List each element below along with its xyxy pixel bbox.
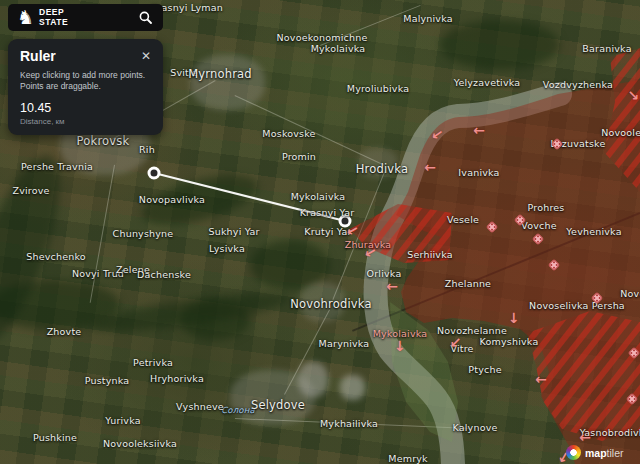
map-label: Hryhorivka xyxy=(150,373,204,384)
distance-value: 10.45 xyxy=(20,101,151,115)
clash-diamond-icon[interactable] xyxy=(591,291,604,304)
attack-arrow-icon: ← xyxy=(391,340,407,352)
maptiler-brand-rest: tiler xyxy=(607,447,624,459)
map-label: Selydove xyxy=(251,398,305,412)
attack-arrow-icon: ← xyxy=(424,159,436,175)
map-label: Novop xyxy=(620,288,640,299)
map-label: Солона xyxy=(221,405,255,415)
ruler-title: Ruler xyxy=(20,48,56,64)
attack-arrow-icon: ← xyxy=(505,312,521,324)
map-label: Zhelanne xyxy=(445,278,491,289)
clash-diamond-icon[interactable] xyxy=(628,346,640,359)
map-label: Malynivka xyxy=(403,13,453,24)
map-label: Promin xyxy=(282,151,316,162)
map-label: Novopavlivka xyxy=(139,194,205,205)
ruler-description: Keep clicking to add more points. Points… xyxy=(20,70,151,93)
map-label: Mykolaivka xyxy=(311,43,366,54)
map-label: Petrivka xyxy=(133,357,173,368)
brand-wordmark: DEEP STATE xyxy=(39,8,68,27)
map-label: Mykhailivka xyxy=(320,418,378,429)
map-app: Krasnyi LymanMalynivkaNovoekonomichneMyk… xyxy=(0,0,640,464)
close-icon[interactable]: ✕ xyxy=(141,50,151,62)
map-label: Novoekonomichne xyxy=(276,32,367,43)
knight-logo-icon: ♞ xyxy=(17,8,34,27)
brand-line2: STATE xyxy=(39,18,68,27)
map-label: Ptyche xyxy=(468,364,501,375)
search-button[interactable] xyxy=(137,9,154,26)
map-label: Vyshneve xyxy=(176,401,224,412)
map-label: Novoselivka Persha xyxy=(529,300,625,311)
clash-diamond-icon[interactable] xyxy=(626,392,639,405)
map-label: Zvirove xyxy=(12,185,49,196)
map-label: Serhiivka xyxy=(407,249,453,260)
map-label: Dachenske xyxy=(137,269,191,280)
map-label: Kalynove xyxy=(452,422,497,433)
map-label: Yelyzavetivka xyxy=(454,77,521,88)
map-label: Novozhelanne xyxy=(437,325,507,336)
maptiler-brand-bold: map xyxy=(585,447,607,459)
clash-diamond-icon[interactable] xyxy=(551,137,564,150)
map-label: Mykolaivka xyxy=(373,328,428,339)
map-label: Mykolaivka xyxy=(291,191,346,202)
map-label: Prohres xyxy=(528,202,565,213)
map-label: Pustynka xyxy=(85,375,130,386)
map-label: Vesele xyxy=(447,214,479,225)
ruler-panel: Ruler ✕ Keep clicking to add more points… xyxy=(8,39,163,135)
map-label: Baranivka xyxy=(582,43,631,54)
clash-diamond-icon[interactable] xyxy=(514,213,527,226)
clash-diamond-icon[interactable] xyxy=(548,258,561,271)
ruler-point-handle[interactable] xyxy=(149,168,159,178)
maptiler-logo-icon xyxy=(566,445,581,460)
map-label: Moskovske xyxy=(262,128,315,139)
map-label: Shevchenko xyxy=(26,251,86,262)
map-label: Chunyshyne xyxy=(113,228,174,239)
map-label: Ivanivka xyxy=(458,167,499,178)
deepstate-header: ♞ DEEP STATE xyxy=(8,4,163,31)
map-label: Myroliubivka xyxy=(347,83,409,94)
map-label: Myrnohrad xyxy=(188,67,252,81)
attack-arrow-icon: ← xyxy=(473,122,485,138)
clash-diamond-icon[interactable] xyxy=(486,220,499,233)
map-label: Sukhyi Yar xyxy=(208,226,259,237)
map-label: Komyshivka xyxy=(480,336,539,347)
map-label: Marynivka xyxy=(319,338,370,349)
clash-diamond-icon[interactable] xyxy=(532,232,545,245)
map-label: Vozdvyzhenka xyxy=(543,79,613,90)
map-label: Yurivka xyxy=(105,415,140,426)
map-label: Pokrovsk xyxy=(77,134,130,148)
map-label: Novohrodivka xyxy=(290,297,372,311)
maptiler-attribution[interactable]: maptiler xyxy=(566,443,624,461)
map-label: Rih xyxy=(139,144,155,155)
map-label: Pershe Travnia xyxy=(21,161,93,172)
search-icon xyxy=(139,11,152,24)
map-label: Hrodivka xyxy=(356,162,409,176)
map-label: Orlivka xyxy=(367,268,402,279)
attack-arrow-icon: ← xyxy=(386,278,398,294)
map-label: Yevhenivka xyxy=(566,226,621,237)
map-label: Pushkine xyxy=(33,432,77,443)
distance-unit-label: Distance, км xyxy=(20,117,151,126)
map-label: Zhovte xyxy=(47,326,82,337)
map-label: Novooleksiivka xyxy=(103,438,177,449)
map-label: Lysivka xyxy=(209,243,245,254)
map-label: Memryk xyxy=(388,453,428,464)
map-label: Novooleksandrivka xyxy=(601,127,640,138)
map-label: Vovche xyxy=(521,220,557,231)
map-label: Krasnyi Yar xyxy=(300,207,355,218)
attack-arrow-icon: ← xyxy=(535,371,547,387)
